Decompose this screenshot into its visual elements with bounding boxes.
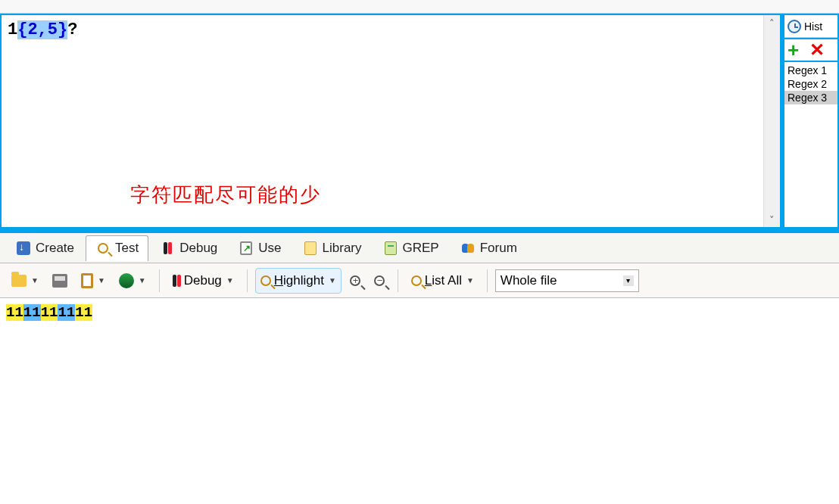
debug-label: Debug (184, 273, 222, 288)
toolbar-row: ▼ ▼ ▼ Debug ▼ Highlight (0, 263, 839, 298)
annotation-text: 字符匹配尽可能的少 (130, 182, 321, 208)
tab-label: Use (258, 241, 281, 256)
tab-label: Library (323, 241, 362, 256)
create-icon (16, 241, 31, 256)
history-item[interactable]: Regex 2 (784, 77, 837, 91)
search-icon (260, 275, 271, 286)
web-button[interactable]: ▼ (114, 268, 151, 294)
tab-create[interactable]: Create (6, 235, 84, 261)
regex-quantifier: {2,5} (17, 20, 67, 39)
separator (159, 269, 160, 292)
chevron-down-icon: ▾ (623, 275, 634, 286)
tabs-row: Create Test Debug Use Library GREP (0, 233, 839, 263)
chevron-down-icon: ▼ (226, 276, 234, 285)
chevron-down-icon: ▼ (329, 276, 336, 285)
lower-panel: Create Test Debug Use Library GREP (0, 232, 839, 504)
chevron-down-icon: ▼ (139, 276, 146, 285)
scroll-up-icon[interactable]: ˄ (765, 15, 780, 30)
highlight-label: Highlight (274, 273, 324, 288)
test-result-area[interactable]: 1111111111 (0, 298, 839, 504)
tab-debug[interactable]: Debug (150, 235, 227, 261)
history-header: Hist (784, 15, 837, 38)
chevron-down-icon: ▼ (31, 276, 39, 285)
list-all-label: List All (425, 273, 462, 288)
zoom-out-icon (374, 275, 385, 286)
zoom-in-button[interactable] (345, 268, 366, 294)
add-icon[interactable]: + (788, 43, 799, 57)
list-all-dropdown[interactable]: List All ▼ (406, 268, 479, 294)
bug-icon (160, 241, 175, 256)
chevron-down-icon: ▼ (466, 276, 474, 285)
history-toolbar: + ✕ (784, 38, 837, 62)
tab-label: Debug (179, 241, 217, 256)
zoom-out-button[interactable] (369, 268, 390, 294)
delete-icon[interactable]: ✕ (809, 43, 825, 57)
scroll-down-icon[interactable]: ˅ (765, 212, 780, 227)
library-icon (303, 241, 318, 256)
scope-value: Whole file (501, 273, 557, 288)
history-item[interactable]: Regex 3 (784, 91, 837, 104)
history-pane: Hist + ✕ Regex 1 Regex 2 Regex 3 (783, 14, 839, 229)
separator (247, 269, 248, 292)
search-icon (411, 275, 422, 286)
separator (487, 269, 488, 292)
tab-label: Forum (480, 241, 517, 256)
tab-label: GREP (403, 241, 439, 256)
tab-use[interactable]: Use (229, 235, 291, 261)
globe-icon (119, 273, 134, 288)
chevron-down-icon: ▼ (98, 276, 105, 285)
debug-dropdown[interactable]: Debug ▼ (167, 268, 239, 294)
folder-icon (11, 275, 27, 287)
separator (398, 269, 398, 292)
use-icon (239, 241, 254, 256)
top-toolbar-strip (0, 0, 839, 14)
regex-line-1[interactable]: 1{2,5}? (8, 20, 757, 41)
zoom-in-icon (350, 275, 360, 286)
upper-split: 1{2,5}? 字符匹配尽可能的少 ˄ ˅ Hist + ✕ Regex 1 R… (0, 14, 839, 232)
clock-icon (788, 20, 801, 33)
tab-label: Test (115, 241, 139, 256)
tab-test[interactable]: Test (86, 235, 148, 261)
highlight-dropdown[interactable]: Highlight ▼ (255, 268, 342, 294)
save-button[interactable] (47, 268, 73, 294)
grep-icon (383, 241, 398, 256)
regex-editor[interactable]: 1{2,5}? 字符匹配尽可能的少 (2, 15, 763, 227)
history-list: Regex 1 Regex 2 Regex 3 (784, 62, 837, 227)
regex-editor-pane: 1{2,5}? 字符匹配尽可能的少 ˄ ˅ (0, 14, 783, 229)
clipboard-icon (81, 273, 93, 288)
tab-label: Create (36, 241, 74, 256)
history-header-label: Hist (804, 20, 822, 33)
search-icon (95, 241, 111, 256)
open-button[interactable]: ▼ (6, 268, 44, 294)
regex-literal: 1 (8, 20, 17, 39)
history-item[interactable]: Regex 1 (784, 64, 837, 77)
tab-grep[interactable]: GREP (373, 235, 449, 261)
scope-combobox[interactable]: Whole file ▾ (495, 269, 639, 292)
regex-scrollbar[interactable]: ˄ ˅ (763, 15, 780, 227)
paste-button[interactable]: ▼ (76, 268, 111, 294)
bug-icon (173, 275, 181, 287)
result-matches: 1111111111 (6, 304, 92, 321)
disk-icon (52, 274, 67, 288)
forum-icon (460, 241, 476, 256)
regex-lazy-modifier: ? (67, 20, 77, 39)
tab-forum[interactable]: Forum (451, 235, 527, 261)
tab-library[interactable]: Library (293, 235, 372, 261)
